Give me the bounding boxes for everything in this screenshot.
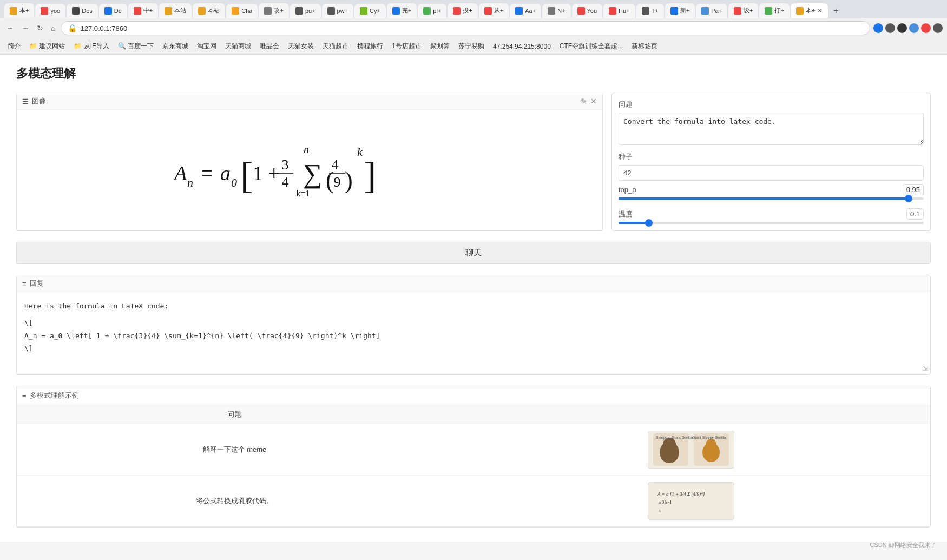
- refresh-button[interactable]: ↻: [35, 23, 45, 34]
- bookmark-jianyi[interactable]: 📁 建议网站: [26, 41, 68, 52]
- top-p-container: top_p 0.95: [619, 184, 924, 200]
- temperature-container: 温度 0.1: [619, 208, 924, 224]
- bookmark-jd[interactable]: 京东商城: [159, 41, 192, 52]
- example-row-1[interactable]: 解释一下这个 meme: [17, 424, 930, 475]
- tab-12[interactable]: 完+: [387, 3, 417, 18]
- tab-0[interactable]: 本+: [4, 3, 34, 18]
- svg-text:Giant Sleepy Gorilla: Giant Sleepy Gorilla: [692, 436, 726, 440]
- extensions-icon[interactable]: [909, 23, 919, 33]
- tab-9[interactable]: pu+: [290, 4, 321, 18]
- svg-text:a: a: [220, 162, 231, 185]
- temperature-thumb[interactable]: [645, 219, 653, 227]
- examples-header: ≡ 多模式理解示例: [17, 386, 930, 405]
- bookmark-tmall-women[interactable]: 天猫女装: [285, 41, 317, 52]
- examples-table: 问题 解释一下这个 meme: [17, 405, 930, 527]
- tab-5[interactable]: 本站: [159, 3, 192, 18]
- example-1-image: Sleeping Giant Gorilla Giant Sleepy Gori…: [452, 424, 930, 475]
- bookmark-baidu[interactable]: 🔍 百度一下: [115, 41, 157, 52]
- tab-13[interactable]: pl+: [418, 4, 446, 18]
- tab-17[interactable]: N+: [542, 4, 570, 18]
- tab-11[interactable]: Cy+: [354, 4, 386, 18]
- tab-8[interactable]: 攻+: [259, 3, 288, 18]
- bookmark-yhd[interactable]: 1号店超市: [389, 41, 425, 52]
- reply-line3: A_n = a_0 \left[ 1 + \frac{3}{4} \sum_{k…: [24, 330, 923, 342]
- chat-section: 聊天: [16, 242, 931, 264]
- bookmark-ie[interactable]: 📁 从IE导入: [70, 41, 113, 52]
- svg-text:]: ]: [364, 155, 376, 196]
- image-panel: ☰ 图像 ✎ ✕ A n = a 0: [16, 93, 603, 231]
- top-p-thumb[interactable]: [905, 195, 912, 202]
- svg-text:k: k: [357, 145, 363, 159]
- bookmark-newtab[interactable]: 新标签页: [628, 41, 661, 52]
- svg-text:1 +: 1 +: [253, 162, 280, 185]
- top-p-slider[interactable]: [619, 197, 924, 200]
- svg-text:3: 3: [282, 157, 289, 173]
- forward-button[interactable]: →: [19, 23, 31, 34]
- page-title: 多模态理解: [16, 65, 931, 82]
- formula-svg: A n = a 0 [ 1 + 3 4 ∑: [169, 126, 450, 213]
- bookmark-ctrip[interactable]: 携程旅行: [354, 41, 386, 52]
- example-1-image-placeholder: Sleeping Giant Gorilla Giant Sleepy Gori…: [648, 431, 734, 469]
- svg-text:4: 4: [332, 157, 339, 173]
- browser-chrome: 本+ yoo Des De 中+ 本站 本站 Cha: [0, 0, 947, 55]
- problem-input[interactable]: Convert the formula into latex code.: [619, 113, 924, 145]
- profile-icon[interactable]: [897, 23, 907, 33]
- col-image: [452, 405, 930, 424]
- bookmark-star-icon[interactable]: [885, 23, 895, 33]
- translate-icon[interactable]: [873, 23, 883, 33]
- example-row-2[interactable]: 将公式转换成乳胶代码。 A = a [1 + 3/4 Σ (4/9)ᵏ] n 0…: [17, 475, 930, 526]
- seed-input[interactable]: [619, 165, 924, 181]
- tab-16[interactable]: Aa+: [510, 4, 541, 18]
- svg-text:n   0      k=1: n 0 k=1: [659, 500, 672, 505]
- svg-text:n: n: [187, 176, 193, 189]
- tab-21[interactable]: 新+: [665, 3, 695, 18]
- address-bar[interactable]: 🔒 127.0.0.1:7860: [61, 21, 870, 35]
- tab-2[interactable]: Des: [67, 4, 98, 18]
- edit-icon-button[interactable]: ✎: [581, 97, 587, 106]
- tab-active[interactable]: 本+ ✕: [791, 3, 828, 18]
- home-button[interactable]: ⌂: [49, 23, 57, 34]
- new-tab-button[interactable]: +: [829, 4, 843, 18]
- bookmark-tmall-super[interactable]: 天猫超市: [319, 41, 352, 52]
- svg-text:=: =: [201, 162, 213, 185]
- examples-table-header-row: 问题: [17, 405, 930, 424]
- reply-resize-handle[interactable]: ⇲: [17, 363, 930, 374]
- chat-header: 聊天: [17, 242, 930, 263]
- bookmark-vip[interactable]: 唯品会: [257, 41, 282, 52]
- svg-point-25: [706, 439, 716, 450]
- bookmark-tmall[interactable]: 天猫商城: [222, 41, 254, 52]
- temperature-label: 温度: [619, 209, 633, 219]
- bookmark-jianhe[interactable]: 简介: [4, 41, 24, 52]
- tab-23[interactable]: 设+: [728, 3, 758, 18]
- tab-1[interactable]: yoo: [35, 4, 65, 18]
- bookmark-ip[interactable]: 47.254.94.215:8000: [490, 42, 554, 51]
- bookmark-ctf[interactable]: CTF夺旗训练全套超...: [556, 41, 626, 52]
- tab-18[interactable]: You: [572, 4, 603, 18]
- tab-7[interactable]: Cha: [226, 4, 258, 18]
- tab-10[interactable]: pw+: [322, 4, 354, 18]
- bookmark-juhua[interactable]: 聚划算: [427, 41, 453, 52]
- top-p-value: 0.95: [903, 184, 924, 195]
- tab-15[interactable]: 从+: [479, 3, 509, 18]
- close-tab-icon[interactable]: ✕: [817, 7, 823, 15]
- tab-6[interactable]: 本站: [193, 3, 225, 18]
- tab-3[interactable]: De: [99, 4, 127, 18]
- temperature-fill: [619, 222, 649, 224]
- avatar-icon[interactable]: [921, 23, 931, 33]
- tab-19[interactable]: Hu+: [603, 4, 635, 18]
- tab-4[interactable]: 中+: [128, 3, 158, 18]
- back-button[interactable]: ←: [4, 23, 16, 34]
- temperature-slider[interactable]: [619, 222, 924, 224]
- tab-14[interactable]: 投+: [448, 3, 477, 18]
- svg-text:∑: ∑: [303, 159, 323, 189]
- example-2-image: A = a [1 + 3/4 Σ (4/9)ᵏ] n 0 k=1 n: [452, 475, 930, 526]
- tab-20[interactable]: T+: [636, 4, 664, 18]
- bookmark-suning[interactable]: 苏宁易购: [455, 41, 488, 52]
- svg-text:A = a [1 + 3/4 Σ (4/9)ᵏ]: A = a [1 + 3/4 Σ (4/9)ᵏ]: [657, 491, 705, 497]
- bookmark-taobao[interactable]: 淘宝网: [194, 41, 220, 52]
- tab-24[interactable]: 打+: [759, 3, 789, 18]
- panel-header-icons: ✎ ✕: [581, 97, 597, 106]
- settings-icon[interactable]: [933, 23, 943, 33]
- close-icon-button[interactable]: ✕: [590, 97, 597, 106]
- tab-22[interactable]: Pa+: [696, 4, 727, 18]
